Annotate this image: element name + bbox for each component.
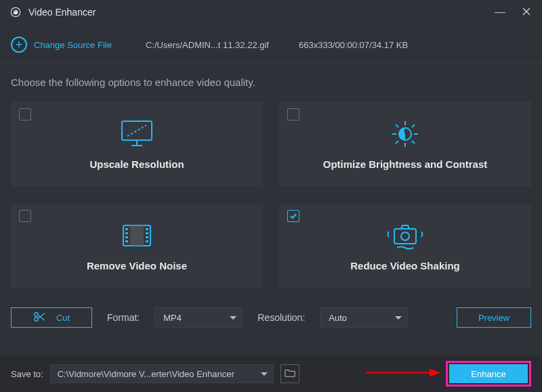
svg-rect-15 xyxy=(125,228,128,230)
resolution-value: Auto xyxy=(329,313,347,323)
option-deshake[interactable]: Reduce Video Shaking xyxy=(279,203,531,288)
window-title: Video Enhancer xyxy=(28,7,96,18)
svg-point-2 xyxy=(14,11,16,12)
svg-rect-22 xyxy=(146,240,148,242)
svg-rect-17 xyxy=(125,236,128,238)
option-label: Reduce Video Shaking xyxy=(350,260,459,271)
resolution-label: Resolution: xyxy=(257,312,305,323)
svg-line-11 xyxy=(412,125,415,127)
save-to-label: Save to: xyxy=(11,369,43,379)
film-icon xyxy=(118,218,156,253)
scissors-icon xyxy=(33,311,45,324)
folder-icon xyxy=(285,368,295,380)
svg-line-12 xyxy=(396,141,398,144)
change-source-button[interactable]: + Change Source File xyxy=(11,37,112,53)
option-denoise[interactable]: Remove Video Noise xyxy=(11,203,263,288)
source-row: + Change Source File C:/Users/ADMIN...t … xyxy=(0,24,542,63)
format-select[interactable]: MP4 xyxy=(154,307,243,328)
preview-button[interactable]: Preview xyxy=(457,307,531,328)
svg-line-10 xyxy=(412,141,415,144)
monitor-icon xyxy=(118,116,156,152)
source-path: C:/Users/ADMIN...t 11.32.22.gif xyxy=(146,40,269,50)
svg-rect-19 xyxy=(146,228,148,230)
svg-rect-18 xyxy=(125,240,128,242)
title-bar: Video Enhancer — xyxy=(0,0,542,24)
resolution-select[interactable]: Auto xyxy=(320,307,408,328)
svg-point-25 xyxy=(35,312,38,315)
svg-point-26 xyxy=(35,317,38,320)
arrow-annotation-icon xyxy=(366,368,440,380)
svg-rect-3 xyxy=(122,121,152,140)
enhance-label: Enhance xyxy=(471,369,505,379)
options-grid: Upscale Resolution Optimize Brightness a… xyxy=(0,97,542,288)
format-value: MP4 xyxy=(163,313,182,323)
footer: Save to: C:\Vidmore\Vidmore V...erter\Vi… xyxy=(0,355,542,392)
close-icon[interactable] xyxy=(522,7,531,18)
svg-point-1 xyxy=(14,10,18,15)
cut-label: Cut xyxy=(56,313,70,323)
checkbox[interactable] xyxy=(287,210,299,222)
option-label: Remove Video Noise xyxy=(87,260,187,271)
option-upscale[interactable]: Upscale Resolution xyxy=(11,102,263,187)
option-label: Upscale Resolution xyxy=(89,158,184,170)
format-label: Format: xyxy=(107,312,140,323)
controls-row: Cut Format: MP4 Resolution: Auto Preview xyxy=(0,288,542,344)
svg-rect-16 xyxy=(125,232,128,234)
svg-rect-20 xyxy=(146,232,148,234)
checkbox[interactable] xyxy=(287,108,299,121)
open-folder-button[interactable] xyxy=(280,364,299,383)
source-info: 663x333/00:00:07/34.17 KB xyxy=(299,40,408,50)
option-brightness[interactable]: Optimize Brightness and Contrast xyxy=(279,102,531,187)
enhance-button[interactable]: Enhance xyxy=(449,364,528,383)
sun-icon xyxy=(386,116,424,152)
option-label: Optimize Brightness and Contrast xyxy=(323,158,488,170)
svg-rect-14 xyxy=(130,225,144,246)
svg-marker-28 xyxy=(430,369,440,377)
chevron-down-icon xyxy=(395,316,402,320)
app-logo-icon xyxy=(9,6,22,18)
enhance-highlight: Enhance xyxy=(446,361,531,387)
change-source-label: Change Source File xyxy=(34,40,112,50)
svg-rect-23 xyxy=(394,229,416,244)
svg-rect-21 xyxy=(146,236,148,238)
chevron-down-icon xyxy=(261,372,268,376)
plus-icon: + xyxy=(11,37,27,53)
camera-shake-icon xyxy=(383,218,427,253)
svg-line-9 xyxy=(396,125,398,127)
checkbox[interactable] xyxy=(19,210,31,222)
save-path-value: C:\Vidmore\Vidmore V...erter\Video Enhan… xyxy=(58,369,234,379)
minimize-icon[interactable]: — xyxy=(495,7,505,18)
instruction-text: Choose the following options to enhance … xyxy=(0,63,542,97)
preview-label: Preview xyxy=(478,313,509,323)
save-path-select[interactable]: C:\Vidmore\Vidmore V...erter\Video Enhan… xyxy=(50,364,274,383)
cut-button[interactable]: Cut xyxy=(11,307,92,328)
checkbox[interactable] xyxy=(19,108,31,121)
chevron-down-icon xyxy=(230,316,236,320)
svg-point-24 xyxy=(401,232,409,240)
